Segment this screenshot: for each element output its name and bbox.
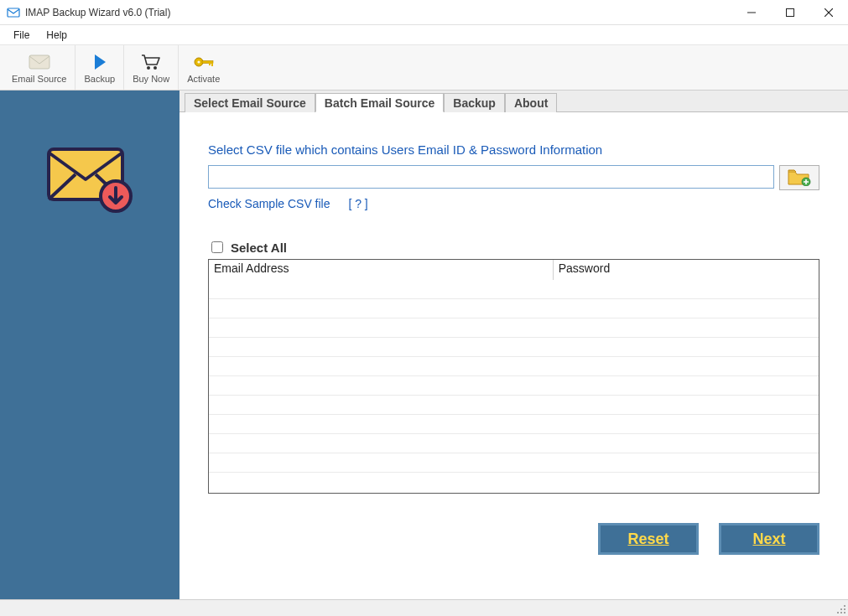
help-link[interactable]: [ ? ] xyxy=(348,197,367,210)
svg-point-21 xyxy=(844,612,845,613)
tab-about[interactable]: About xyxy=(505,93,557,112)
menu-bar: File Help xyxy=(0,25,848,45)
resize-grip-icon[interactable] xyxy=(835,603,846,614)
table-row xyxy=(209,338,819,357)
svg-rect-11 xyxy=(209,63,211,65)
table-row xyxy=(209,299,819,318)
svg-point-18 xyxy=(844,608,845,610)
play-icon xyxy=(92,51,107,73)
close-button[interactable] xyxy=(809,0,848,25)
action-buttons: Reset Next xyxy=(598,523,819,555)
envelope-download-icon xyxy=(44,141,136,599)
sidebar xyxy=(0,91,179,599)
body: Select Email Source Batch Email Source B… xyxy=(0,91,848,599)
svg-point-7 xyxy=(153,66,157,70)
next-button[interactable]: Next xyxy=(719,523,819,555)
folder-add-icon xyxy=(787,168,812,189)
toolbar-email-source[interactable]: Email Source xyxy=(3,45,75,90)
svg-point-16 xyxy=(844,605,845,607)
toolbar-backup[interactable]: Backup xyxy=(75,45,124,90)
svg-point-9 xyxy=(197,60,200,63)
instruction-text: Select CSV file which contains Users Ema… xyxy=(208,142,819,157)
csv-file-row xyxy=(208,165,819,190)
svg-point-17 xyxy=(840,608,842,610)
svg-point-6 xyxy=(147,66,150,70)
credentials-grid: Email Address Password xyxy=(208,259,819,494)
svg-rect-5 xyxy=(29,55,49,69)
helper-links: Check Sample CSV file [ ? ] xyxy=(208,197,819,210)
cart-icon xyxy=(140,51,162,73)
email-icon xyxy=(29,51,50,73)
select-all-label: Select All xyxy=(231,241,287,255)
table-row xyxy=(209,280,819,299)
toolbar-label: Backup xyxy=(84,74,115,84)
table-row xyxy=(209,357,819,376)
toolbar-label: Email Source xyxy=(12,74,66,84)
window-controls xyxy=(732,0,848,25)
table-row xyxy=(209,376,819,396)
minimize-button[interactable] xyxy=(732,0,771,25)
tab-batch-email-source[interactable]: Batch Email Source xyxy=(315,93,445,112)
svg-rect-0 xyxy=(8,8,19,17)
toolbar-label: Activate xyxy=(187,74,220,84)
table-row xyxy=(209,453,819,473)
status-bar xyxy=(0,599,848,616)
table-row xyxy=(209,434,819,453)
check-sample-link[interactable]: Check Sample CSV file xyxy=(208,197,330,210)
reset-label: Reset xyxy=(627,531,669,548)
reset-button[interactable]: Reset xyxy=(598,523,699,555)
toolbar-label: Buy Now xyxy=(133,74,169,84)
table-row xyxy=(209,415,819,434)
csv-path-input[interactable] xyxy=(208,165,774,189)
table-row xyxy=(209,396,819,415)
svg-point-19 xyxy=(837,612,839,613)
tab-panel-batch: Select CSV file which contains Users Ema… xyxy=(179,112,848,494)
tab-backup[interactable]: Backup xyxy=(444,93,505,112)
content-area: Select Email Source Batch Email Source B… xyxy=(179,91,848,599)
svg-rect-2 xyxy=(787,9,794,17)
app-icon xyxy=(7,6,20,19)
title-bar: IMAP Backup Wizard v6.0 (Trial) xyxy=(0,0,848,25)
toolbar: Email Source Backup Buy Now xyxy=(0,45,848,91)
key-icon xyxy=(192,51,216,73)
next-label: Next xyxy=(752,531,785,548)
tab-strip: Select Email Source Batch Email Source B… xyxy=(179,91,848,112)
table-row xyxy=(209,318,819,338)
grid-header: Email Address Password xyxy=(209,260,819,280)
toolbar-buy-now[interactable]: Buy Now xyxy=(124,45,179,90)
maximize-button[interactable] xyxy=(771,0,809,25)
col-email-header[interactable]: Email Address xyxy=(209,260,554,280)
menu-help[interactable]: Help xyxy=(38,27,75,44)
select-all-row[interactable]: Select All xyxy=(208,239,819,256)
grid-body xyxy=(209,280,819,493)
menu-file[interactable]: File xyxy=(5,27,38,44)
svg-rect-12 xyxy=(211,63,213,66)
svg-point-20 xyxy=(840,612,842,613)
toolbar-activate[interactable]: Activate xyxy=(179,45,228,90)
browse-button[interactable] xyxy=(779,165,819,190)
tab-select-email-source[interactable]: Select Email Source xyxy=(185,93,315,112)
window-title: IMAP Backup Wizard v6.0 (Trial) xyxy=(25,7,170,18)
col-password-header[interactable]: Password xyxy=(554,260,819,280)
select-all-checkbox[interactable] xyxy=(211,241,223,253)
